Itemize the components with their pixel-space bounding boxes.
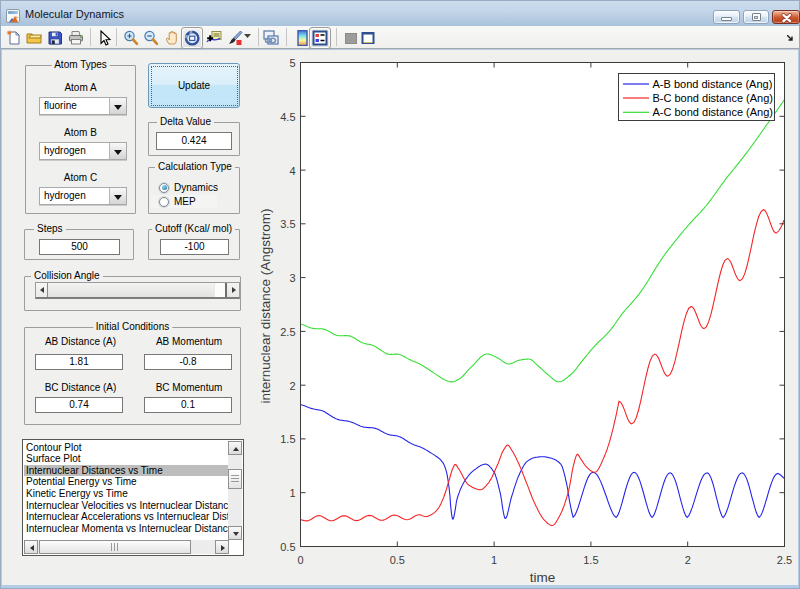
svg-text:1.5: 1.5 <box>280 433 295 445</box>
svg-text:A-B bond distance (Ang): A-B bond distance (Ang) <box>653 78 773 90</box>
svg-text:0: 0 <box>297 554 303 566</box>
svg-text:4.5: 4.5 <box>280 111 295 123</box>
svg-text:2: 2 <box>289 380 295 392</box>
svg-text:3: 3 <box>289 272 295 284</box>
svg-text:2.5: 2.5 <box>777 554 792 566</box>
svg-text:1: 1 <box>491 554 497 566</box>
svg-text:3.5: 3.5 <box>280 218 295 230</box>
svg-text:2: 2 <box>685 554 691 566</box>
svg-text:A-C bond distance (Ang): A-C bond distance (Ang) <box>653 106 773 118</box>
svg-text:4: 4 <box>289 165 295 177</box>
svg-text:time: time <box>530 570 556 585</box>
svg-text:0.5: 0.5 <box>280 541 295 553</box>
svg-text:B-C bond distance (Ang): B-C bond distance (Ang) <box>653 92 773 104</box>
svg-text:1.5: 1.5 <box>583 554 598 566</box>
svg-text:5: 5 <box>289 57 295 69</box>
svg-text:1: 1 <box>289 487 295 499</box>
svg-text:0.5: 0.5 <box>390 554 405 566</box>
svg-text:2.5: 2.5 <box>280 326 295 338</box>
svg-text:internuclear distance (Angstro: internuclear distance (Angstrom) <box>258 208 273 403</box>
